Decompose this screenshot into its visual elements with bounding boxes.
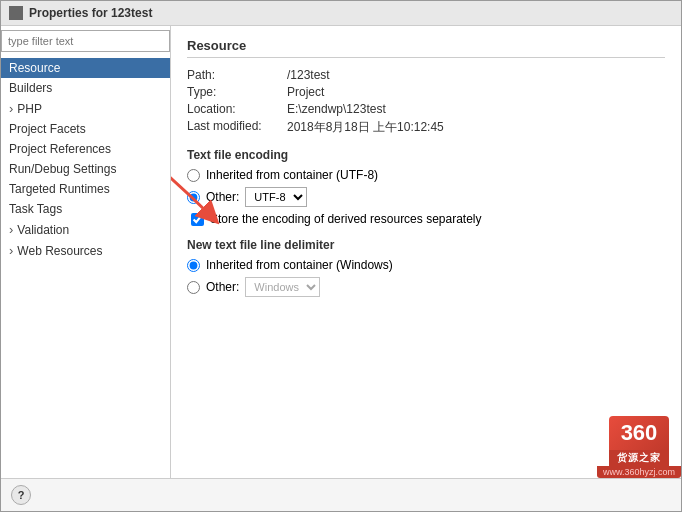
window-title: Properties for 123test — [29, 6, 152, 20]
store-encoding-row: Store the encoding of derived resources … — [191, 212, 665, 226]
badge-360: 360 货源之家 www.360hyzj.com — [597, 416, 681, 478]
sidebar-item-run-debug[interactable]: Run/Debug Settings — [1, 159, 170, 179]
title-bar: Properties for 123test — [1, 1, 681, 26]
sidebar-item-project-references[interactable]: Project References — [1, 139, 170, 159]
filter-input[interactable] — [1, 30, 170, 52]
location-label: Location: — [187, 102, 287, 116]
sidebar-item-project-facets[interactable]: Project Facets — [1, 119, 170, 139]
type-row: Type: Project — [187, 85, 665, 99]
inherited-encoding-row: Inherited from container (UTF-8) — [187, 168, 665, 182]
sidebar-item-validation[interactable]: Validation — [1, 219, 170, 240]
sidebar-item-php[interactable]: PHP — [1, 98, 170, 119]
section-title: Resource — [187, 38, 665, 58]
lastmod-value: 2018年8月18日 上午10:12:45 — [287, 119, 444, 136]
content-area: Resource Builders PHP Project Facets Pro… — [1, 26, 681, 478]
sidebar-item-web-resources[interactable]: Web Resources — [1, 240, 170, 261]
inherited-encoding-label: Inherited from container (UTF-8) — [206, 168, 378, 182]
inherited-encoding-radio[interactable] — [187, 169, 200, 182]
lastmod-row: Last modified: 2018年8月18日 上午10:12:45 — [187, 119, 665, 136]
encoding-section: Text file encoding Inherited from contai… — [187, 148, 665, 226]
encoding-select[interactable]: UTF-8 — [245, 187, 307, 207]
other-encoding-row: Other: UTF-8 — [187, 187, 665, 207]
inherited-line-label: Inherited from container (Windows) — [206, 258, 393, 272]
other-encoding-radio[interactable] — [187, 191, 200, 204]
sidebar-item-task-tags[interactable]: Task Tags — [1, 199, 170, 219]
other-line-radio[interactable] — [187, 281, 200, 294]
line-select[interactable]: Windows — [245, 277, 320, 297]
store-encoding-label: Store the encoding of derived resources … — [210, 212, 482, 226]
badge-360-brand: 货源之家 — [609, 450, 669, 466]
store-encoding-checkbox[interactable] — [191, 213, 204, 226]
sidebar-item-builders[interactable]: Builders — [1, 78, 170, 98]
right-panel: Resource Path: /123test Type: Project Lo… — [171, 26, 681, 478]
line-delimiter-section: New text file line delimiter Inherited f… — [187, 238, 665, 297]
location-row: Location: E:\zendwp\123test — [187, 102, 665, 116]
type-label: Type: — [187, 85, 287, 99]
badge-360-url: www.360hyzj.com — [597, 466, 681, 478]
help-button[interactable]: ? — [11, 485, 31, 505]
path-label: Path: — [187, 68, 287, 82]
nav-list: Resource Builders PHP Project Facets Pro… — [1, 56, 170, 478]
badge-360-number: 360 — [609, 416, 670, 450]
line-delimiter-title: New text file line delimiter — [187, 238, 665, 252]
lastmod-label: Last modified: — [187, 119, 287, 136]
left-panel: Resource Builders PHP Project Facets Pro… — [1, 26, 171, 478]
sidebar-item-resource[interactable]: Resource — [1, 58, 170, 78]
sidebar-item-targeted-runtimes[interactable]: Targeted Runtimes — [1, 179, 170, 199]
inherited-line-row: Inherited from container (Windows) — [187, 258, 665, 272]
properties-window: Properties for 123test Resource Builders… — [0, 0, 682, 512]
path-row: Path: /123test — [187, 68, 665, 82]
path-value: /123test — [287, 68, 330, 82]
other-line-row: Other: Windows — [187, 277, 665, 297]
type-value: Project — [287, 85, 324, 99]
encoding-title: Text file encoding — [187, 148, 665, 162]
inherited-line-radio[interactable] — [187, 259, 200, 272]
other-line-label: Other: — [206, 280, 239, 294]
location-value: E:\zendwp\123test — [287, 102, 386, 116]
other-encoding-label: Other: — [206, 190, 239, 204]
window-icon — [9, 6, 23, 20]
bottom-bar: ? — [1, 478, 681, 511]
